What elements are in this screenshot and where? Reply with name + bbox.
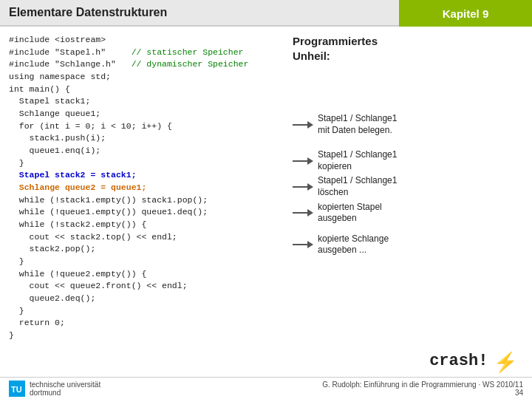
code-line: queue1.enq(i);: [9, 145, 281, 157]
svg-text:TU: TU: [11, 385, 22, 394]
crash-area: crash! ⚡: [293, 351, 525, 377]
code-line: cout << stack2.top() << endl;: [9, 231, 281, 244]
kapitel-text: Kapitel 9: [443, 7, 489, 20]
footer-info: G. Rudolph: Einführung in die Programmie…: [322, 381, 523, 397]
title-text: Elementare Datenstrukturen: [9, 6, 167, 19]
code-line: cout << queue2.front() << endl;: [9, 280, 281, 293]
tu-logo-icon: TU: [9, 381, 25, 397]
code-line: stack2.pop();: [9, 243, 281, 256]
code-line: Stapel stack1;: [9, 95, 281, 108]
code-line: for (int i = 0; i < 10; i++) {: [9, 120, 281, 133]
arrow-icon-1: [293, 120, 313, 130]
code-line: while (!stack1.empty()) stack1.pop();: [9, 194, 281, 207]
footer: TU technische universitätdortmund G. Rud…: [0, 377, 532, 399]
code-line: #include "Stapel.h" // statischer Speich…: [9, 47, 281, 59]
code-line: while (!stack2.empty()) {: [9, 219, 281, 231]
code-line: stack1.push(i);: [9, 132, 281, 145]
code-line: #include "Schlange.h" // dynamischer Spe…: [9, 58, 281, 71]
annotations-panel: ProgrammiertesUnheil: Stapel1 / Schlange…: [288, 27, 532, 377]
annotation-text-1: Stapel1 / Schlange1mit Daten belegen.: [318, 113, 397, 136]
arrow-icon-4: [293, 208, 313, 218]
code-line-blue: Stapel stack2 = stack1;: [9, 169, 281, 182]
page-title: Elementare Datenstrukturen: [0, 0, 399, 27]
code-line: queue2.deq();: [9, 293, 281, 305]
spacer: [293, 228, 525, 233]
institution-name: technische universitätdortmund: [30, 381, 100, 397]
annotation-text-3: Stapel1 / Schlange1löschen: [318, 175, 397, 198]
code-line: }: [9, 330, 281, 342]
footer-logo: TU technische universitätdortmund: [9, 381, 100, 397]
programmiertes-unheil: ProgrammiertesUnheil:: [293, 34, 525, 63]
code-line: return 0;: [9, 317, 281, 330]
annotation-3: Stapel1 / Schlange1löschen: [293, 175, 525, 198]
code-line: while (!queue2.empty()) {: [9, 268, 281, 281]
main-content: #include <iostream> #include "Stapel.h" …: [0, 27, 532, 377]
code-line: Schlange queue1;: [9, 108, 281, 120]
spacer: [293, 69, 525, 113]
code-line: }: [9, 256, 281, 268]
page-number: 34: [322, 389, 523, 397]
code-line: }: [9, 305, 281, 318]
header: Elementare Datenstrukturen Kapitel 9: [0, 0, 532, 27]
annotation-2: Stapel1 / Schlange1kopieren: [293, 149, 525, 172]
annotation-text-5: kopierte Schlangeausgeben ...: [318, 233, 389, 256]
copyright-text: G. Rudolph: Einführung in die Programmie…: [322, 381, 523, 389]
code-line: using namespace std;: [9, 71, 281, 83]
code-line: int main() {: [9, 83, 281, 96]
code-line-orange: Schlange queue2 = queue1;: [9, 182, 281, 194]
annotation-text-4: kopierten Stapelausgeben: [318, 202, 382, 225]
arrow-icon-3: [293, 182, 313, 192]
annotation-1: Stapel1 / Schlange1mit Daten belegen.: [293, 113, 525, 136]
code-line: }: [9, 157, 281, 170]
arrow-icon-5: [293, 239, 313, 250]
code-line: #include <iostream>: [9, 34, 281, 47]
spacer: [293, 139, 525, 149]
lightning-icon: ⚡: [494, 351, 517, 374]
code-panel: #include <iostream> #include "Stapel.h" …: [0, 27, 288, 377]
arrow-icon-2: [293, 156, 313, 166]
annotation-text-2: Stapel1 / Schlange1kopieren: [318, 149, 397, 172]
kapitel-badge: Kapitel 9: [399, 0, 532, 27]
code-line: while (!queue1.empty()) queue1.deq();: [9, 206, 281, 219]
crash-text: crash!: [429, 352, 488, 370]
annotation-5: kopierte Schlangeausgeben ...: [293, 233, 525, 256]
annotation-4: kopierten Stapelausgeben: [293, 202, 525, 225]
